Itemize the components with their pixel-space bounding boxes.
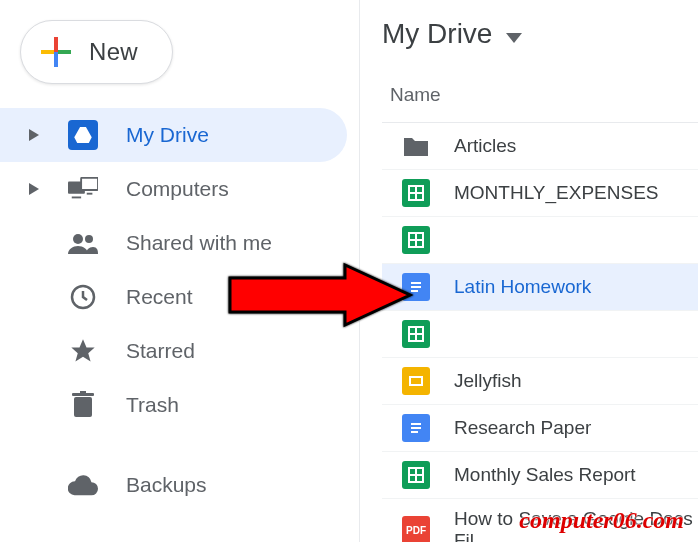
starred-icon [68,336,98,366]
sidebar-item-label: Computers [126,177,229,201]
sidebar-item-shared[interactable]: Shared with me [0,216,347,270]
sidebar-item-trash[interactable]: Trash [0,378,347,432]
file-row[interactable]: PDF How to Save a Google Docs Fil [382,499,698,542]
column-header-name[interactable]: Name [382,84,698,123]
file-row[interactable] [382,311,698,358]
drive-icon [68,120,98,150]
breadcrumb-title: My Drive [382,18,492,50]
plus-icon [41,37,71,67]
sheets-icon [402,461,430,489]
svg-marker-10 [71,339,94,361]
shared-icon [68,228,98,258]
file-name: Research Paper [454,417,591,439]
computers-icon [68,174,98,204]
trash-icon [68,390,98,420]
chevron-down-icon [506,18,522,50]
file-name: Monthly Sales Report [454,464,636,486]
docs-icon [402,273,430,301]
chevron-right-icon [28,183,40,195]
sheets-icon [402,179,430,207]
svg-point-7 [73,234,83,244]
main-panel: My Drive Name Articles MONTHLY_EXPENSES [360,0,698,542]
file-row[interactable]: Monthly Sales Report [382,452,698,499]
sidebar-item-label: Starred [126,339,195,363]
file-name: Jellyfish [454,370,522,392]
sidebar-item-recent[interactable]: Recent [0,270,347,324]
svg-marker-14 [506,33,522,43]
folder-icon [402,132,430,160]
new-button[interactable]: New [20,20,173,84]
file-name: Articles [454,135,516,157]
backups-icon [68,470,98,500]
svg-rect-6 [87,193,93,195]
breadcrumb[interactable]: My Drive [382,18,698,84]
file-row[interactable]: MONTHLY_EXPENSES [382,170,698,217]
sidebar-item-label: Shared with me [126,231,272,255]
svg-rect-11 [74,397,92,417]
file-row[interactable]: Jellyfish [382,358,698,405]
svg-rect-27 [410,377,422,385]
sidebar: New My Drive Computers Shar [0,0,360,542]
svg-rect-5 [81,178,98,190]
chevron-right-icon [28,129,40,141]
docs-icon [402,414,430,442]
file-row[interactable]: Research Paper [382,405,698,452]
sidebar-item-label: Backups [126,473,207,497]
file-row-folder[interactable]: Articles [382,123,698,170]
svg-point-8 [85,235,93,243]
slides-icon [402,367,430,395]
sheets-icon [402,226,430,254]
file-row[interactable] [382,217,698,264]
recent-icon [68,282,98,312]
sidebar-item-my-drive[interactable]: My Drive [0,108,347,162]
svg-rect-4 [72,197,81,199]
svg-marker-0 [29,129,39,141]
new-button-label: New [89,38,138,66]
svg-marker-1 [74,127,91,143]
sidebar-item-computers[interactable]: Computers [0,162,347,216]
svg-marker-2 [29,183,39,195]
file-row-selected[interactable]: Latin Homework [382,264,698,311]
sidebar-item-label: My Drive [126,123,209,147]
file-name: How to Save a Google Docs Fil [454,508,698,542]
sheets-icon [402,320,430,348]
pdf-icon: PDF [402,516,430,542]
svg-rect-13 [80,391,86,394]
sidebar-item-label: Trash [126,393,179,417]
sidebar-item-starred[interactable]: Starred [0,324,347,378]
file-name: Latin Homework [454,276,591,298]
file-name: MONTHLY_EXPENSES [454,182,658,204]
sidebar-item-backups[interactable]: Backups [0,458,347,512]
sidebar-item-label: Recent [126,285,193,309]
